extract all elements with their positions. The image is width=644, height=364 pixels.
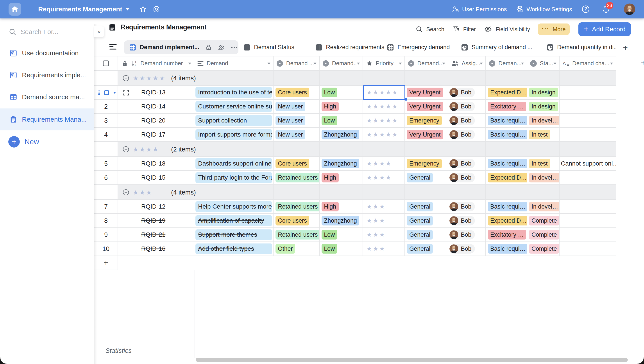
svg-text:2: 2 (135, 64, 136, 67)
svg-text:A: A (562, 61, 566, 66)
svg-text:1: 1 (135, 60, 136, 64)
